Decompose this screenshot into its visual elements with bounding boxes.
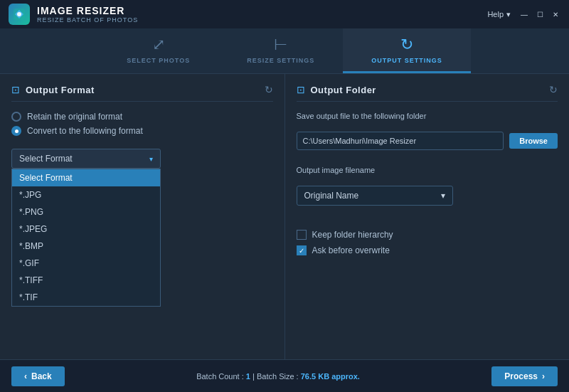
- back-arrow-icon: ‹: [24, 371, 27, 381]
- output-folder-header: ⊡ Output Folder ↻: [297, 84, 558, 102]
- process-label: Process: [504, 371, 538, 381]
- resize-settings-icon: ⊢: [274, 36, 287, 54]
- format-dropdown-container: Select Format ▾ Select Format *.JPG *.PN…: [11, 149, 273, 169]
- retain-format-label: Retain the original format: [27, 112, 122, 122]
- output-folder-icon: ⊡: [297, 84, 305, 95]
- retain-format-radio[interactable]: [11, 112, 21, 122]
- output-format-refresh-button[interactable]: ↻: [265, 84, 273, 95]
- format-option-tiff[interactable]: *.TIFF: [12, 272, 160, 289]
- back-label: Back: [31, 371, 52, 381]
- format-option-select[interactable]: Select Format: [12, 169, 160, 186]
- ask-overwrite-option[interactable]: Ask before overwrite: [297, 245, 558, 255]
- browse-button[interactable]: Browse: [509, 133, 558, 149]
- output-folder-title: Output Folder: [311, 85, 376, 95]
- output-filename-label: Output image filename: [297, 166, 558, 174]
- resize-settings-label: RESIZE SETTINGS: [247, 57, 314, 64]
- batch-count-label: Batch Count :: [196, 372, 244, 381]
- help-chevron-icon: ▾: [506, 10, 511, 19]
- main-content: ⊡ Output Format ↻ Retain the original fo…: [0, 74, 569, 359]
- process-button[interactable]: Process ›: [491, 366, 558, 386]
- output-folder-panel: ⊡ Output Folder ↻ Save output file to th…: [285, 74, 570, 359]
- convert-format-label: Convert to the following format: [27, 126, 143, 136]
- footer-info: Batch Count : 1 | Batch Size : 76.5 KB a…: [196, 372, 360, 381]
- format-option-bmp[interactable]: *.BMP: [12, 238, 160, 255]
- retain-format-option[interactable]: Retain the original format: [11, 112, 273, 122]
- step-output-settings[interactable]: ↻ OUTPUT SETTINGS: [343, 28, 471, 73]
- format-option-gif[interactable]: *.GIF: [12, 255, 160, 272]
- keep-hierarchy-label: Keep folder hierarchy: [312, 230, 393, 240]
- keep-hierarchy-checkbox[interactable]: [297, 230, 307, 240]
- app-title-block: IMAGE RESIZER RESIZE BATCH OF PHOTOS: [37, 5, 138, 23]
- output-format-header: ⊡ Output Format ↻: [11, 84, 273, 102]
- window-controls: — ☐ ✕: [519, 9, 560, 19]
- format-option-tif[interactable]: *.TIF: [12, 289, 160, 306]
- step-navigation: ⤢ SELECT PHOTOS ⊢ RESIZE SETTINGS ↻ OUTP…: [0, 28, 569, 74]
- filename-dropdown-arrow-icon: ▾: [441, 191, 445, 201]
- output-format-title: Output Format: [26, 85, 95, 95]
- output-format-icon: ⊡: [11, 84, 20, 95]
- ask-overwrite-checkbox[interactable]: [297, 245, 307, 255]
- format-option-png[interactable]: *.PNG: [12, 203, 160, 221]
- output-format-panel: ⊡ Output Format ↻ Retain the original fo…: [0, 74, 285, 359]
- step-select-photos[interactable]: ⤢ SELECT PHOTOS: [98, 28, 218, 73]
- output-folder-refresh-button[interactable]: ↻: [549, 84, 558, 95]
- folder-row: Browse: [297, 132, 558, 150]
- output-settings-icon: ↻: [400, 36, 413, 54]
- app-subtitle: RESIZE BATCH OF PHOTOS: [37, 16, 138, 23]
- folder-path-input[interactable]: [297, 132, 504, 150]
- minimize-button[interactable]: —: [519, 9, 529, 19]
- footer: ‹ Back Batch Count : 1 | Batch Size : 76…: [0, 359, 569, 392]
- options-checkboxes: Keep folder hierarchy Ask before overwri…: [297, 230, 558, 255]
- ask-overwrite-label: Ask before overwrite: [312, 245, 390, 255]
- help-label: Help: [487, 10, 504, 18]
- process-arrow-icon: ›: [542, 371, 545, 381]
- format-dropdown-arrow-icon: ▾: [149, 155, 153, 163]
- app-name: IMAGE RESIZER: [37, 5, 138, 16]
- filename-dropdown-value: Original Name: [304, 191, 359, 201]
- format-option-jpg[interactable]: *.JPG: [12, 186, 160, 203]
- help-button[interactable]: Help ▾: [487, 10, 511, 19]
- title-bar-left: IMAGE RESIZER RESIZE BATCH OF PHOTOS: [9, 4, 138, 25]
- back-button[interactable]: ‹ Back: [11, 366, 65, 386]
- batch-size-label: Batch Size :: [257, 372, 299, 381]
- close-button[interactable]: ✕: [551, 9, 560, 19]
- maximize-button[interactable]: ☐: [535, 9, 545, 19]
- format-dropdown[interactable]: Select Format ▾: [11, 149, 161, 169]
- convert-format-option[interactable]: Convert to the following format: [11, 126, 273, 136]
- batch-count-value: 1: [246, 372, 250, 381]
- select-photos-icon: ⤢: [152, 36, 165, 54]
- keep-hierarchy-option[interactable]: Keep folder hierarchy: [297, 230, 558, 240]
- title-bar-right: Help ▾ — ☐ ✕: [487, 9, 560, 19]
- output-settings-label: OUTPUT SETTINGS: [371, 57, 442, 64]
- convert-format-radio[interactable]: [11, 126, 21, 136]
- format-radio-group: Retain the original format Convert to th…: [11, 112, 273, 136]
- step-resize-settings[interactable]: ⊢ RESIZE SETTINGS: [218, 28, 343, 73]
- format-option-jpeg[interactable]: *.JPEG: [12, 221, 160, 238]
- filename-dropdown[interactable]: Original Name ▾: [297, 186, 453, 206]
- format-dropdown-value: Select Format: [19, 154, 73, 164]
- save-folder-label: Save output file to the following folder: [297, 112, 558, 120]
- title-bar: IMAGE RESIZER RESIZE BATCH OF PHOTOS Hel…: [0, 0, 569, 28]
- app-icon: [9, 4, 30, 25]
- format-dropdown-menu: Select Format *.JPG *.PNG *.JPEG *.BMP *…: [11, 169, 161, 307]
- svg-point-1: [17, 12, 21, 16]
- select-photos-label: SELECT PHOTOS: [127, 57, 190, 64]
- batch-size-value: 76.5 KB approx.: [301, 372, 360, 381]
